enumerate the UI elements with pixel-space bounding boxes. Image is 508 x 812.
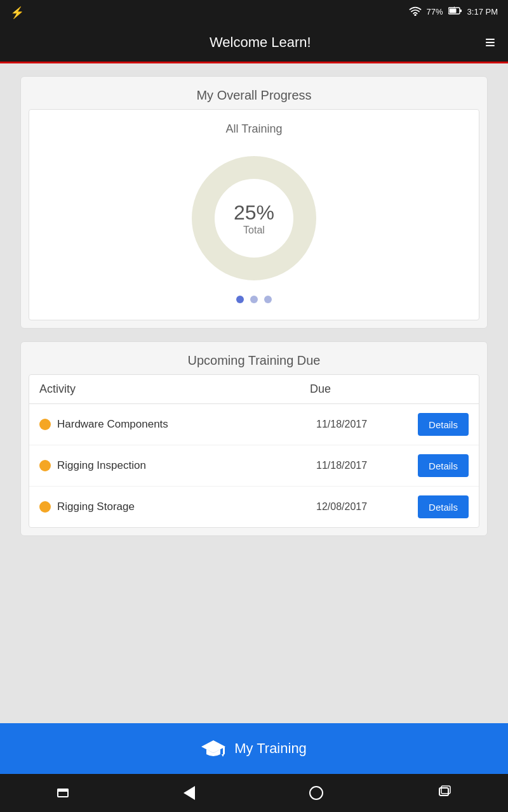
table-row: Hardware Components 11/18/2017 Details xyxy=(29,404,479,445)
recents-icon xyxy=(438,785,451,798)
dot-3[interactable] xyxy=(264,296,272,303)
usb-icon: ⚡ xyxy=(10,6,24,20)
app-bar: Welcome Learn! ≡ xyxy=(0,23,508,63)
window-icon xyxy=(57,789,69,797)
upcoming-training-card: Upcoming Training Due Activity Due Hardw… xyxy=(20,341,488,536)
column-activity: Activity xyxy=(39,383,310,396)
android-nav xyxy=(0,774,508,812)
svg-rect-7 xyxy=(223,747,225,754)
activity-name-2: Rigging Inspection xyxy=(57,459,146,472)
table-header: Activity Due xyxy=(29,375,479,404)
upcoming-training-title: Upcoming Training Due xyxy=(21,342,487,374)
home-icon xyxy=(309,786,323,800)
nav-recents-button[interactable] xyxy=(438,785,451,801)
bottom-nav[interactable]: My Training xyxy=(0,723,508,774)
menu-button[interactable]: ≡ xyxy=(485,34,495,51)
dot-1[interactable] xyxy=(236,296,244,303)
table-row: Rigging Inspection 11/18/2017 Details xyxy=(29,445,479,487)
battery-icon xyxy=(448,6,462,17)
donut-total: Total xyxy=(234,225,274,236)
dot-2[interactable] xyxy=(250,296,258,303)
details-button-1[interactable]: Details xyxy=(418,413,469,436)
status-dot-yellow-2 xyxy=(39,460,51,471)
svg-rect-2 xyxy=(460,10,462,12)
wifi-icon xyxy=(409,6,422,18)
battery-text: 77% xyxy=(427,7,443,16)
time-text: 3:17 PM xyxy=(467,7,498,16)
bottom-nav-label: My Training xyxy=(234,740,307,757)
activity-cell-2: Rigging Inspection xyxy=(39,459,316,472)
graduation-cap-icon xyxy=(201,739,225,758)
nav-window-button[interactable] xyxy=(57,789,69,797)
donut-chart: 25% Total xyxy=(184,148,324,288)
svg-marker-6 xyxy=(201,740,225,753)
svg-rect-9 xyxy=(439,788,448,796)
overall-progress-card: My Overall Progress All Training 25% Tot… xyxy=(20,76,488,329)
svg-rect-3 xyxy=(449,8,456,13)
due-date-3: 12/08/2017 xyxy=(316,501,418,513)
training-table: Activity Due Hardware Components 11/18/2… xyxy=(29,374,479,528)
svg-marker-8 xyxy=(222,754,224,757)
main-content: My Overall Progress All Training 25% Tot… xyxy=(0,63,508,723)
activity-cell-3: Rigging Storage xyxy=(39,501,316,513)
activity-name-1: Hardware Components xyxy=(57,418,168,431)
carousel-dots xyxy=(236,288,272,307)
app-title: Welcome Learn! xyxy=(36,34,485,51)
due-date-1: 11/18/2017 xyxy=(316,419,418,430)
svg-point-0 xyxy=(414,14,416,16)
details-button-2[interactable]: Details xyxy=(418,454,469,477)
overall-progress-title: My Overall Progress xyxy=(21,77,487,109)
donut-percent: 25% xyxy=(234,201,274,225)
nav-home-button[interactable] xyxy=(309,786,323,800)
status-dot-yellow-1 xyxy=(39,419,51,430)
chart-container: All Training 25% Total xyxy=(29,109,479,320)
back-icon xyxy=(184,786,195,800)
details-button-3[interactable]: Details xyxy=(418,495,469,518)
nav-back-button[interactable] xyxy=(184,786,195,800)
due-date-2: 11/18/2017 xyxy=(316,460,418,471)
activity-name-3: Rigging Storage xyxy=(57,501,135,513)
donut-center: 25% Total xyxy=(234,201,274,236)
status-bar: ⚡ 77% 3:17 PM xyxy=(0,0,508,23)
chart-label: All Training xyxy=(225,122,282,136)
activity-cell-1: Hardware Components xyxy=(39,418,316,431)
status-dot-yellow-3 xyxy=(39,501,51,513)
column-due: Due xyxy=(310,383,411,396)
table-row: Rigging Storage 12/08/2017 Details xyxy=(29,487,479,527)
